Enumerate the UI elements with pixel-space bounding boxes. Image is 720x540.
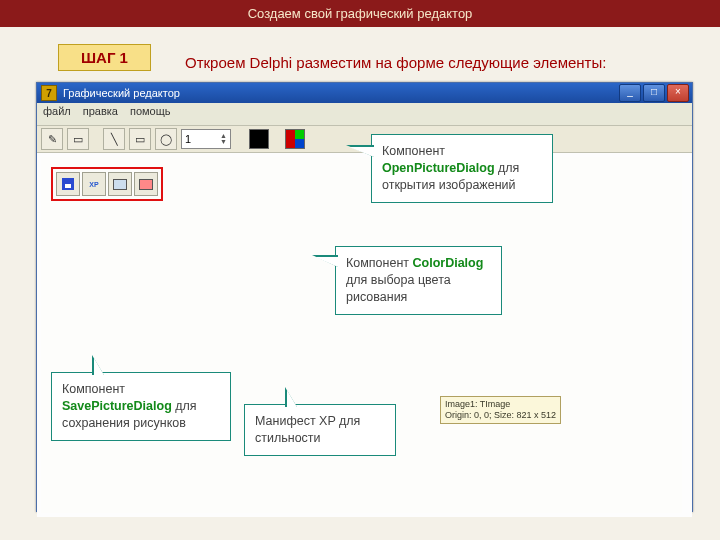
- spin-arrows-icon: ▲▼: [220, 133, 227, 145]
- minimize-button[interactable]: _: [619, 84, 641, 102]
- callout-color-dialog: Компонент ColorDialog для выбора цвета р…: [335, 246, 502, 315]
- callout-keyword: SavePictureDialog: [62, 399, 172, 413]
- menu-edit[interactable]: правка: [83, 105, 118, 123]
- callout-text: Компонент: [62, 382, 125, 396]
- form-surface[interactable]: XP: [41, 157, 682, 513]
- callout-text: Манифест XP для стильности: [255, 414, 360, 445]
- color-palette-button[interactable]: [285, 129, 305, 149]
- ellipse-icon: ◯: [160, 133, 172, 146]
- pencil-icon: ✎: [48, 133, 57, 146]
- pencil-tool-button[interactable]: ✎: [41, 128, 63, 150]
- callout-pointer-icon: [92, 355, 104, 375]
- eraser-icon: ▭: [73, 133, 83, 146]
- callout-pointer-icon: [285, 387, 297, 407]
- menu-bar: файл правка помощь: [37, 103, 692, 126]
- rect-tool-button[interactable]: ▭: [129, 128, 151, 150]
- maximize-button[interactable]: □: [643, 84, 665, 102]
- eraser-tool-button[interactable]: ▭: [67, 128, 89, 150]
- xp-badge-icon: XP: [89, 181, 98, 188]
- callout-text: Компонент: [346, 256, 413, 270]
- callout-text-2: для выбора цвета рисования: [346, 273, 451, 304]
- save-picture-dialog-component[interactable]: [56, 172, 80, 196]
- callout-open-picture-dialog: Компонент OpenPictureDialog для открытия…: [371, 134, 553, 203]
- slide-title: Создаем свой графический редактор: [0, 0, 720, 27]
- ellipse-tool-button[interactable]: ◯: [155, 128, 177, 150]
- callout-xp-manifest: Манифест XP для стильности: [244, 404, 396, 456]
- line-tool-button[interactable]: ╲: [103, 128, 125, 150]
- callout-keyword: OpenPictureDialog: [382, 161, 495, 175]
- palette-red-icon: [286, 130, 295, 148]
- close-button[interactable]: ×: [667, 84, 689, 102]
- instruction-text: Откроем Delphi разместим на форме следую…: [185, 54, 606, 71]
- app-icon: 7: [41, 85, 57, 101]
- menu-help[interactable]: помощь: [130, 105, 171, 123]
- window-title: Графический редактор: [63, 87, 180, 99]
- monitor-color-icon: [139, 179, 153, 190]
- width-spin-edit[interactable]: 1 ▲▼: [181, 129, 231, 149]
- callout-save-picture-dialog: Компонент SavePictureDialog для сохранен…: [51, 372, 231, 441]
- callout-keyword: ColorDialog: [413, 256, 484, 270]
- tooltip-line-2: Origin: 0, 0; Size: 821 x 512: [445, 410, 556, 421]
- palette-mixed-icon: [295, 130, 304, 148]
- spin-value: 1: [185, 133, 191, 145]
- current-color-swatch[interactable]: [249, 129, 269, 149]
- callout-pointer-icon: [346, 145, 374, 157]
- callout-pointer-icon: [312, 255, 338, 267]
- open-picture-dialog-component[interactable]: [108, 172, 132, 196]
- tooltip-line-1: Image1: TImage: [445, 399, 556, 410]
- menu-file[interactable]: файл: [43, 105, 71, 123]
- diskette-icon: [62, 178, 74, 190]
- step-badge: ШАГ 1: [58, 44, 151, 71]
- form-designer-area: XP: [37, 153, 692, 517]
- component-palette-highlight: XP: [51, 167, 163, 201]
- monitor-icon: [113, 179, 127, 190]
- rect-icon: ▭: [135, 133, 145, 146]
- line-icon: ╲: [111, 133, 118, 146]
- callout-text: Компонент: [382, 144, 445, 158]
- window-controls: _ □ ×: [619, 84, 692, 102]
- title-bar: 7 Графический редактор _ □ ×: [37, 83, 692, 103]
- xp-manifest-component[interactable]: XP: [82, 172, 106, 196]
- image-tooltip: Image1: TImage Origin: 0, 0; Size: 821 x…: [440, 396, 561, 424]
- color-dialog-component[interactable]: [134, 172, 158, 196]
